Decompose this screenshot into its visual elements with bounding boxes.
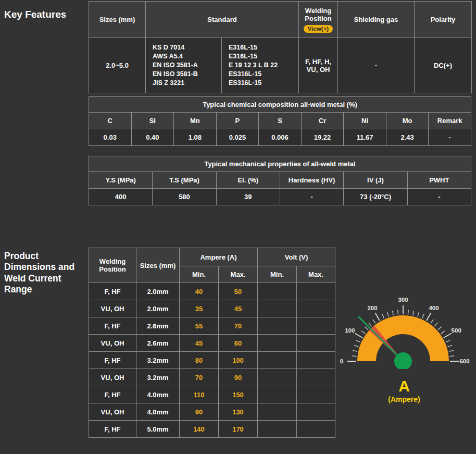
gauge-tick <box>449 350 454 351</box>
key-features-table: Sizes (mm) Standard Welding Position Vie… <box>89 1 472 93</box>
standard-item: KS D 7014 <box>153 43 220 52</box>
ampere-min-cell: 70 <box>180 369 219 386</box>
gauge-tick <box>353 350 357 351</box>
volt-max-cell <box>297 369 335 386</box>
chemical-header-cell: Remark <box>429 113 471 129</box>
volt-max-cell <box>297 335 335 352</box>
ampere-min-cell: 140 <box>180 421 219 438</box>
ampere-max-cell: 50 <box>219 283 258 300</box>
ampere-min-cell: 90 <box>180 403 219 421</box>
volt-max-cell <box>297 283 335 300</box>
chemical-header-cell: C <box>89 113 132 129</box>
welding-position-cell: F, HF <box>89 317 136 335</box>
volt-max-cell <box>297 386 335 403</box>
volt-min-cell <box>258 369 297 386</box>
ampere-max-cell: 90 <box>219 369 258 386</box>
mechanical-value-cell: 39 <box>216 189 280 205</box>
gauge-tick <box>450 356 455 357</box>
size-cell: 2.6mm <box>136 335 180 352</box>
current-table-row: F, HF2.0mm4050 <box>89 283 335 300</box>
mechanical-header-cell: Y.S (MPa) <box>89 172 153 189</box>
gauge-unit: A <box>336 378 472 394</box>
ampere-header: Ampere (A) <box>180 248 258 266</box>
welding-position-header-label: Welding Position <box>300 7 336 22</box>
view-plus-button[interactable]: View(+) <box>304 25 333 33</box>
current-welding-position-header: Welding Position <box>89 248 136 283</box>
gauge-tick-label: 300 <box>398 297 408 303</box>
chemical-header-cell: Mn <box>174 113 217 129</box>
spec-header-row: Sizes (mm) Standard Welding Position Vie… <box>89 2 472 38</box>
gauge-tick <box>431 320 433 323</box>
volt-min-cell <box>258 386 297 403</box>
ampere-max-cell: 45 <box>219 300 258 317</box>
ampere-min-cell: 45 <box>180 335 219 352</box>
mechanical-table-title: Typical mechanical properties of all-wel… <box>89 156 471 172</box>
current-table-row: VU, OH2.0mm3545 <box>89 300 335 317</box>
size-cell: 4.0mm <box>136 403 180 421</box>
gauge-tick <box>354 345 359 347</box>
gauge-tick <box>448 345 453 347</box>
product-dimensions-title: Product Dimensions and Weld Current Rang… <box>4 251 81 296</box>
welding-position-header: Welding Position View(+) <box>299 2 338 38</box>
gauge-tick <box>398 310 398 315</box>
gauge-tick <box>352 356 357 357</box>
polarity-value: DC(+) <box>415 38 472 93</box>
chemical-header-cell: Si <box>131 113 174 129</box>
current-table-row: VU, OH4.0mm90130 <box>89 403 335 421</box>
standard-item: EN ISO 3581-B <box>153 70 220 79</box>
standard-item: ES316L-15 <box>229 79 297 88</box>
size-cell: 2.6mm <box>136 317 180 335</box>
volt-min-cell <box>258 352 297 369</box>
standard-item: JIS Z 3221 <box>153 79 220 88</box>
size-cell: 2.0mm <box>136 300 180 317</box>
gauge-tick <box>427 313 431 321</box>
chemical-table-title: Typical chemical composition all-weld me… <box>89 97 471 113</box>
weld-current-range-table: Welding Position Sizes (mm) Ampere (A) V… <box>89 248 335 438</box>
gauge-tick <box>365 327 368 330</box>
mechanical-value-cell: 400 <box>89 189 153 205</box>
gauge-tick <box>355 334 362 338</box>
standard-item: E316L-15 <box>229 43 297 52</box>
standard-item: EN ISO 3581-A <box>153 61 220 70</box>
mechanical-value-cell: - <box>407 189 471 205</box>
shielding-gas-header: Shielding gas <box>338 2 415 38</box>
standard-item: ES316L-15 <box>229 70 297 79</box>
mechanical-header-cell: IV (J) <box>344 172 407 189</box>
volt-min-cell <box>258 421 297 438</box>
mechanical-value-cell: - <box>280 189 343 205</box>
shielding-gas-value: - <box>338 38 415 93</box>
standard-item: AWS A5.4 <box>153 52 220 61</box>
gauge-tick <box>369 323 372 326</box>
volt-max-cell <box>297 352 335 369</box>
gauge-tick <box>434 323 437 326</box>
gauge-tick <box>382 314 384 318</box>
key-features-title: Key Features <box>4 9 66 20</box>
standard-codes-cell: KS D 7014AWS A5.4EN ISO 3581-AEN ISO 358… <box>146 38 222 93</box>
chemical-header-cell: Cr <box>301 113 344 129</box>
standard-item: E316L-15 <box>229 52 297 61</box>
standard-header: Standard <box>146 2 299 38</box>
chemical-value-cell: 1.08 <box>174 129 217 146</box>
volt-min-cell <box>258 335 297 352</box>
polarity-header: Polarity <box>415 2 472 38</box>
mechanical-header-cell: El. (%) <box>216 172 280 189</box>
chemical-value-row: 0.030.401.080.0250.00619.2211.672.43- <box>89 129 471 146</box>
ampere-max-cell: 70 <box>219 317 258 335</box>
sizes-value: 2.0~5.0 <box>89 38 146 93</box>
gauge-tick <box>438 327 442 330</box>
gauge-tick <box>446 340 450 342</box>
current-sizes-header: Sizes (mm) <box>136 248 180 283</box>
mechanical-value-row: 40058039-73 (-20°C)- <box>89 189 471 205</box>
ampere-max-cell: 150 <box>219 386 258 403</box>
gauge-tick <box>444 334 452 338</box>
volt-max-cell <box>297 403 335 421</box>
ampere-min-cell: 40 <box>180 283 219 300</box>
sizes-header: Sizes (mm) <box>89 2 146 38</box>
product-spec-page: { "page": { "background": "#333333", "ac… <box>0 0 476 454</box>
current-table-row: VU, OH3.2mm7090 <box>89 369 335 386</box>
welding-position-cell: F, HF <box>89 352 136 369</box>
mechanical-header-cell: PWHT <box>407 172 471 189</box>
mechanical-header-row: Y.S (MPa)T.S (MPa)El. (%)Hardness (HV)IV… <box>89 172 471 189</box>
gauge-tick <box>418 312 419 317</box>
mechanical-value-cell: 580 <box>153 189 216 205</box>
